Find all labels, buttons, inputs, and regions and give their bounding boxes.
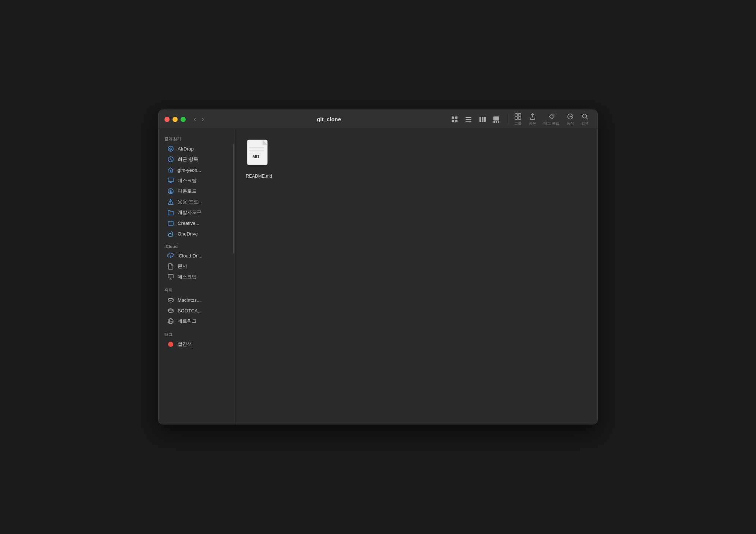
- doc-icon: [167, 263, 174, 270]
- icloud-drive-label: iCloud Dri...: [178, 253, 203, 259]
- drive-icon-bootcamp: [167, 307, 174, 314]
- group-button[interactable]: 그룹: [511, 111, 525, 128]
- downloads-label: 다운로드: [178, 188, 197, 194]
- close-button[interactable]: [164, 117, 170, 122]
- home-icon: [167, 167, 174, 173]
- locations-section-label: 위치: [159, 285, 235, 294]
- applications-label: 응용 프로...: [178, 199, 202, 205]
- svg-rect-17: [518, 117, 521, 119]
- svg-rect-7: [479, 117, 481, 122]
- sidebar-item-onedrive[interactable]: OneDrive: [162, 229, 232, 239]
- titlebar: ‹ › git_clone: [159, 110, 597, 129]
- toolbar: 그룹 공유 태그 편집: [446, 111, 592, 128]
- share-button[interactable]: 공유: [526, 111, 539, 128]
- sidebar-item-downloads[interactable]: 다운로드: [162, 186, 232, 196]
- svg-rect-1: [455, 116, 457, 119]
- view-controls: [448, 114, 503, 125]
- clock-icon: [167, 156, 174, 163]
- sidebar-item-applications[interactable]: 응용 프로...: [162, 197, 232, 207]
- file-icon-md: MD: [246, 139, 272, 171]
- svg-rect-27: [168, 178, 173, 182]
- list-view-button[interactable]: [462, 114, 475, 125]
- desktop-icon: [167, 177, 174, 184]
- share-label: 공유: [529, 121, 536, 126]
- sidebar-item-icloud-desktop[interactable]: 데스크탑: [162, 272, 232, 282]
- home-label: gim-yeon...: [178, 167, 201, 173]
- forward-button[interactable]: ›: [200, 114, 206, 125]
- svg-rect-8: [482, 117, 483, 122]
- sidebar-item-desktop[interactable]: 데스크탑: [162, 175, 232, 186]
- sidebar-item-network[interactable]: 네트워크: [162, 316, 232, 326]
- minimize-button[interactable]: [173, 117, 178, 122]
- sidebar-item-developer[interactable]: 개발자도구: [162, 207, 232, 218]
- group-label: 그룹: [514, 121, 522, 126]
- tag-edit-button[interactable]: 태그 편집: [541, 111, 562, 128]
- airdrop-icon: [167, 145, 174, 152]
- documents-label: 문서: [178, 263, 187, 270]
- icloud-section-label: iCloud: [159, 241, 235, 250]
- nav-arrows: ‹ ›: [192, 114, 206, 125]
- content-area: 즐겨찾기 AirDrop: [159, 129, 597, 424]
- sidebar-item-creative[interactable]: Creative...: [162, 218, 232, 228]
- desktop-label: 데스크탑: [178, 177, 197, 184]
- main-content: MD README.md: [236, 129, 597, 424]
- maximize-button[interactable]: [181, 117, 186, 122]
- drive-icon-mac: [167, 297, 174, 303]
- file-item-readme[interactable]: MD README.md: [243, 136, 275, 182]
- network-label: 네트워크: [178, 318, 197, 325]
- sidebar-item-red-tag[interactable]: 빨간색: [162, 339, 232, 349]
- icon-view-button[interactable]: [448, 114, 461, 125]
- gallery-view-button[interactable]: [490, 114, 503, 125]
- action-button[interactable]: 동작: [564, 111, 577, 128]
- icloud-icon: [167, 252, 174, 259]
- developer-label: 개발자도구: [178, 209, 201, 216]
- column-view-button[interactable]: [476, 114, 489, 125]
- favorites-section-label: 즐겨찾기: [159, 133, 235, 143]
- back-button[interactable]: ‹: [192, 114, 198, 125]
- icloud-desktop-label: 데스크탑: [178, 274, 197, 280]
- traffic-lights: [164, 117, 186, 122]
- downloads-icon: [167, 188, 174, 194]
- sidebar-item-recents[interactable]: 최근 항목: [162, 154, 232, 164]
- bootcamp-label: BOOTCA...: [178, 308, 202, 314]
- svg-rect-10: [493, 116, 499, 120]
- svg-rect-0: [452, 116, 454, 119]
- sidebar-item-home[interactable]: gim-yeon...: [162, 165, 232, 175]
- search-label: 검색: [581, 121, 589, 126]
- svg-point-25: [170, 150, 171, 151]
- airdrop-label: AirDrop: [178, 146, 194, 152]
- svg-rect-14: [515, 114, 518, 116]
- sidebar-item-bootcamp[interactable]: BOOTCA...: [162, 305, 232, 316]
- sidebar: 즐겨찾기 AirDrop: [159, 129, 236, 424]
- icloud-desktop-icon: [167, 274, 174, 280]
- applications-icon: [167, 199, 174, 205]
- svg-rect-3: [455, 120, 457, 122]
- sidebar-item-airdrop[interactable]: AirDrop: [162, 144, 232, 154]
- svg-rect-30: [168, 274, 173, 278]
- sidebar-item-documents[interactable]: 문서: [162, 261, 232, 271]
- svg-rect-13: [498, 121, 499, 123]
- creative-label: Creative...: [178, 220, 199, 226]
- recents-label: 최근 항목: [178, 156, 198, 163]
- tag-edit-label: 태그 편집: [544, 121, 559, 126]
- action-label: 동작: [567, 121, 574, 126]
- svg-point-21: [570, 116, 571, 117]
- macintosh-label: Macintos...: [178, 297, 201, 303]
- search-button[interactable]: 검색: [578, 111, 592, 128]
- sidebar-item-icloud-drive[interactable]: iCloud Dri...: [162, 251, 232, 261]
- svg-point-18: [552, 115, 553, 116]
- svg-point-20: [569, 116, 570, 117]
- network-icon: [167, 318, 174, 325]
- svg-rect-9: [484, 117, 486, 122]
- svg-rect-2: [452, 120, 454, 122]
- svg-rect-12: [496, 121, 497, 123]
- scrollbar-thumb[interactable]: [233, 144, 234, 253]
- svg-text:MD: MD: [252, 154, 259, 159]
- red-tag-label: 빨간색: [178, 341, 192, 348]
- red-tag-icon: [167, 341, 174, 348]
- svg-rect-16: [515, 117, 518, 119]
- sidebar-item-macintosh[interactable]: Macintos...: [162, 295, 232, 305]
- svg-rect-29: [168, 221, 173, 225]
- creative-icon: [167, 220, 174, 226]
- file-name-readme: README.md: [246, 174, 272, 179]
